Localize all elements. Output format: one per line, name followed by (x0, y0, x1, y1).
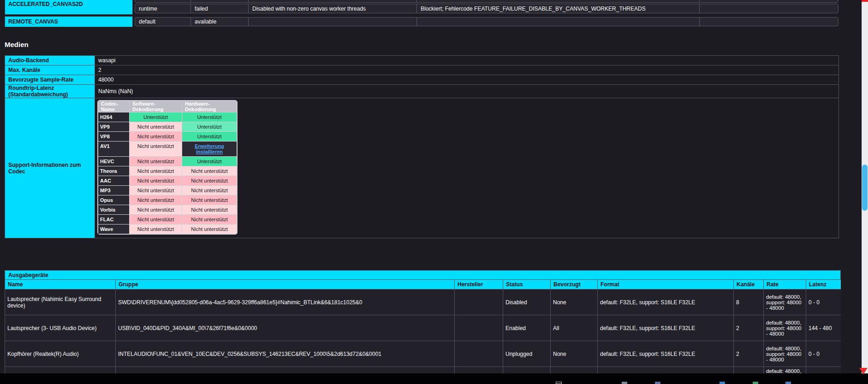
taskbar-icon-sliver[interactable] (622, 382, 627, 384)
codec-sw-status: Nicht unterstützt (130, 142, 182, 157)
device-row: Kopfhörer (Realtek(R) Audio) INTELAUDIO\… (5, 341, 841, 367)
device-name (5, 367, 116, 374)
feature-log-status: failed (191, 4, 249, 13)
media-row-label: Roundtrip-Latenz (Standardabweichung) (5, 85, 95, 98)
device-kanaele (734, 367, 764, 374)
media-row-value: wasapi (95, 56, 839, 65)
feature-label-remote-canvas: REMOTE_CANVAS (5, 16, 133, 27)
media-row-value: 48000 (95, 75, 839, 85)
taskbar (0, 373, 868, 384)
codec-hw-status: Nicht unterstützt (182, 224, 237, 234)
table-row: Roundtrip-Latenz (Standardabweichung) Na… (5, 85, 839, 98)
device-name: Lautsprecher (Nahimic Easy Surround devi… (5, 289, 116, 315)
taskbar-icon-sliver[interactable] (785, 382, 791, 384)
codec-support-cell: Codec-Name Software-Dekodierung Hardware… (95, 98, 839, 238)
output-devices-heading: Ausgabegeräte (5, 270, 841, 280)
device-bevorzugt: None (551, 289, 598, 315)
col-header-bevorzugt: Bevorzugt (551, 280, 598, 289)
device-gruppe: SWD\DRIVERENUM\{dd052805-d06a-4ac5-9629-… (116, 289, 455, 315)
codec-row-aac: AAC Nicht unterstützt Nicht unterstützt (98, 176, 237, 186)
feature-log-failure: Blockiert; Fehlercode FEATURE_FAILURE_DI… (417, 4, 700, 13)
device-latenz: 0 - 0 (806, 289, 841, 315)
vertical-scrollbar-thumb[interactable] (862, 165, 868, 211)
codec-col-header: Hardware-Dekodierung (182, 101, 237, 112)
codec-name: HEVC (98, 157, 130, 166)
device-kanaele: 8 (734, 289, 764, 315)
media-section-heading: Medien (5, 41, 29, 48)
feature-log-type: runtime (135, 4, 191, 13)
feature-log-cell (191, 0, 249, 2)
feature-log-cell (417, 0, 700, 2)
devices-header-row: Name Gruppe Hersteller Status Bevorzugt … (5, 280, 841, 289)
red-indicator-bar (862, 0, 868, 2)
device-status: Enabled (503, 315, 551, 341)
device-hersteller (455, 289, 503, 315)
codec-support-label: Support-Informationen zum Codec (5, 98, 95, 238)
codec-sw-status: Nicht unterstützt (130, 166, 182, 176)
device-status (503, 367, 551, 374)
col-header-latenz: Latenz (806, 280, 841, 289)
col-header-rate: Rate (764, 280, 806, 289)
codec-sw-status: Nicht unterstützt (130, 122, 182, 132)
device-format: default: F32LE, support: S16LE F32LE (598, 341, 734, 367)
media-row-label: Max. Kanäle (5, 65, 95, 75)
media-row-value: 2 (95, 65, 839, 75)
codec-hw-status: Nicht unterstützt (182, 205, 237, 215)
codec-sw-status: Nicht unterstützt (130, 157, 182, 166)
taskbar-icon-sliver[interactable] (655, 382, 660, 384)
feature-log-row-clipped (135, 0, 838, 3)
codec-sw-status: Nicht unterstützt (130, 176, 182, 186)
codec-sw-status: Nicht unterstützt (130, 205, 182, 215)
codec-sw-status: Nicht unterstützt (130, 224, 182, 234)
codec-hw-status: Unterstützt (182, 122, 237, 132)
taskbar-icon-sliver[interactable] (719, 382, 725, 384)
device-rate: default: 48000, support: 48000 - 48000 (764, 289, 806, 315)
device-row: Lautsprecher (3- USB Audio Device) USB\V… (5, 315, 841, 341)
codec-row-vp8: VP8 Nicht unterstützt Unterstützt (98, 132, 237, 142)
codec-name: VP8 (98, 132, 130, 142)
codec-hw-status: Unterstützt (182, 157, 237, 166)
codec-support-row: Support-Informationen zum Codec Codec-Na… (5, 98, 839, 238)
table-row: Bevorzugte Sample-Rate 48000 (5, 75, 839, 85)
taskbar-icon-sliver[interactable] (556, 382, 562, 384)
feature-log-cell (700, 4, 838, 13)
device-bevorzugt: None (551, 341, 598, 367)
device-name: Kopfhörer (Realtek(R) Audio) (5, 341, 116, 367)
codec-header-row: Codec-Name Software-Dekodierung Hardware… (98, 101, 237, 112)
codec-name: Opus (98, 195, 130, 205)
codec-name: VP9 (98, 122, 130, 132)
red-triangle-icon (859, 368, 868, 374)
codec-col-header: Software-Dekodierung (130, 101, 182, 112)
codec-row-opus: Opus Nicht unterstützt Nicht unterstützt (98, 195, 237, 205)
device-format: default: F32LE, support: S16LE F32LE (598, 315, 734, 341)
device-latenz (806, 367, 841, 374)
codec-hw-status: Nicht unterstützt (182, 176, 237, 186)
device-hersteller (455, 367, 503, 374)
device-status: Unplugged (503, 341, 551, 367)
codec-row-mp3: MP3 Nicht unterstützt Nicht unterstützt (98, 186, 237, 195)
feature-log-cell (700, 0, 838, 2)
device-format: default: F32LE, support: S16LE F32LE (598, 289, 734, 315)
device-rate: default: 48000, support: 48000 - 48000 (764, 367, 806, 374)
media-row-value: NaNms (NaN) (95, 85, 839, 98)
media-row-label: Audio-Backend (5, 56, 95, 65)
device-rate: default: 48000, support: 48000 - 48000 (764, 315, 806, 341)
codec-col-header: Codec-Name (98, 101, 130, 112)
codec-name: Vorbis (98, 205, 130, 215)
feature-log-row-runtime: runtime failed Disabled with non-zero ca… (135, 4, 838, 13)
feature-log-row-default: default available (135, 17, 838, 26)
taskbar-icon-sliver[interactable] (753, 382, 758, 384)
device-latenz: 0 - 0 (806, 341, 841, 367)
codec-support-table: Codec-Name Software-Dekodierung Hardware… (98, 100, 237, 234)
feature-log-cell (700, 18, 838, 26)
codec-sw-status: Nicht unterstützt (130, 215, 182, 224)
feature-log-message: Disabled with non-zero canvas worker thr… (249, 4, 417, 13)
feature-log-type: default (135, 18, 191, 26)
media-table: Audio-Backend wasapi Max. Kanäle 2 Bevor… (5, 55, 839, 238)
codec-hw-status: Unterstützt (182, 132, 237, 142)
device-row: Lautsprecher (Nahimic Easy Surround devi… (5, 289, 841, 315)
device-row-clipped: default: 48000, support: 48000 - 48000 (5, 367, 841, 374)
device-latenz: 144 - 480 (806, 315, 841, 341)
output-devices-table: Name Gruppe Hersteller Status Bevorzugt … (5, 279, 841, 373)
install-extension-link[interactable]: Erweiterung installieren (195, 143, 224, 154)
